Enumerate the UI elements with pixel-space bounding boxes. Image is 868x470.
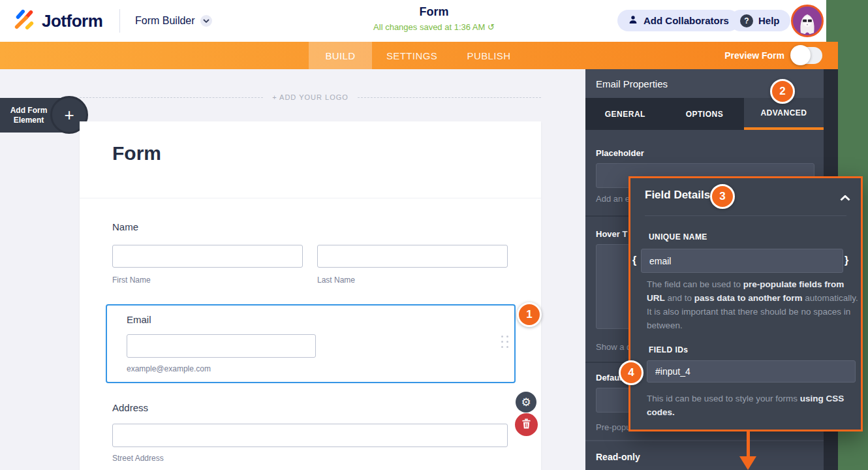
annotation-step-2: 2: [770, 79, 795, 104]
email-field-label: Email: [127, 314, 151, 325]
last-name-sublabel: Last Name: [317, 275, 355, 285]
add-form-element-button[interactable]: Add Form Element +: [0, 98, 85, 133]
preview-form-label: Preview Form: [724, 50, 784, 61]
form-title-block: Form All changes saved at 1:36 AM ↺: [303, 5, 565, 32]
drag-handle-icon[interactable]: [501, 336, 509, 356]
person-icon: [628, 14, 638, 27]
tab-options[interactable]: OPTIONS: [665, 98, 745, 130]
chevron-down-icon: [200, 15, 212, 27]
hover-text-label: Hover T: [596, 229, 627, 239]
chevron-up-icon[interactable]: [840, 192, 850, 204]
help-button[interactable]: ? Help: [730, 10, 790, 31]
app-switcher[interactable]: Form Builder: [135, 0, 212, 42]
form-heading: Form: [112, 142, 161, 164]
jotform-logo-icon: [13, 8, 35, 33]
form-card: Form Name First Name Last Name Email exa…: [80, 121, 541, 470]
popup-divider: [645, 215, 846, 216]
form-canvas: + ADD YOUR LOGO Add Form Element + Form …: [0, 69, 585, 470]
help-label: Help: [758, 15, 780, 26]
email-input[interactable]: [127, 334, 316, 358]
address-sublabel: Street Address: [112, 454, 164, 463]
annotation-step-4: 4: [619, 360, 643, 385]
add-collaborators-label: Add Collaborators: [643, 15, 729, 26]
first-name-sublabel: First Name: [112, 275, 151, 285]
field-ids-label: FIELD IDs: [649, 345, 688, 354]
save-status: All changes saved at 1:36 AM ↺: [303, 22, 565, 32]
street-address-input[interactable]: [112, 424, 508, 447]
placeholder-help: Add an e: [596, 194, 630, 204]
question-icon: ?: [740, 14, 753, 27]
card-divider: [80, 198, 541, 198]
placeholder-label: Placeholder: [596, 148, 644, 158]
top-header: Jotform Form Builder Form All changes sa…: [0, 0, 826, 42]
page-title: Form: [303, 5, 565, 19]
readonly-label: Read-only: [596, 452, 640, 462]
field-delete-button[interactable]: [515, 413, 538, 436]
avatar[interactable]: [791, 5, 824, 37]
last-name-input[interactable]: [317, 245, 508, 268]
add-logo-row: + ADD YOUR LOGO: [80, 93, 541, 101]
add-logo-button[interactable]: + ADD YOUR LOGO: [263, 93, 358, 101]
builder-navbar: BUILD SETTINGS PUBLISH Preview Form: [0, 42, 838, 69]
email-field-selected[interactable]: Email example@example.com: [106, 304, 516, 383]
hover-text-help: Show a d: [596, 342, 631, 352]
default-value-help: Pre-popu: [596, 422, 630, 432]
field-details-title: Field Details: [645, 189, 710, 202]
tab-build[interactable]: BUILD: [309, 42, 372, 69]
preview-form-control: Preview Form: [724, 42, 822, 69]
header-divider: [119, 9, 120, 33]
jotform-logo[interactable]: Jotform: [13, 8, 102, 33]
dashed-line: [358, 97, 541, 98]
app-switcher-label: Form Builder: [135, 15, 195, 27]
dashed-line: [80, 97, 263, 98]
jotform-form-builder: Jotform Form Builder Form All changes sa…: [0, 0, 868, 470]
unique-name-input[interactable]: [641, 249, 843, 273]
email-sublabel: example@example.com: [127, 364, 211, 373]
close-brace: }: [845, 255, 848, 266]
undo-icon[interactable]: ↺: [488, 22, 495, 32]
trash-icon: [521, 418, 531, 431]
gear-icon: ⚙: [521, 397, 531, 408]
add-collaborators-button[interactable]: Add Collaborators: [617, 10, 739, 31]
field-ids-description: This id can be used to style your forms …: [647, 392, 860, 419]
annotation-step-1: 1: [517, 302, 542, 327]
tab-general[interactable]: GENERAL: [585, 98, 665, 130]
section-divider: [585, 440, 824, 441]
unique-name-label: UNIQUE NAME: [649, 232, 707, 242]
field-settings-button[interactable]: ⚙: [516, 392, 536, 413]
annotation-step-3: 3: [710, 184, 735, 209]
preview-form-toggle[interactable]: [792, 47, 822, 64]
name-field-label: Name: [112, 221, 138, 232]
tab-publish[interactable]: PUBLISH: [452, 42, 526, 69]
annotation-arrow-head: [739, 456, 756, 470]
first-name-input[interactable]: [112, 245, 303, 268]
unique-name-description: The field can be used to pre-populate fi…: [647, 277, 860, 332]
open-brace: {: [632, 255, 636, 266]
address-field-label: Address: [112, 402, 148, 413]
brand-name: Jotform: [42, 11, 102, 31]
tab-settings[interactable]: SETTINGS: [372, 42, 452, 69]
annotation-arrow: [747, 430, 750, 457]
add-form-element-label: Add Form Element: [0, 98, 57, 133]
field-ids-input[interactable]: [647, 360, 856, 383]
field-details-popup: Field Details UNIQUE NAME { } The field …: [628, 176, 863, 431]
properties-tabs: GENERAL OPTIONS ADVANCED: [585, 98, 824, 130]
toggle-knob: [790, 45, 811, 65]
